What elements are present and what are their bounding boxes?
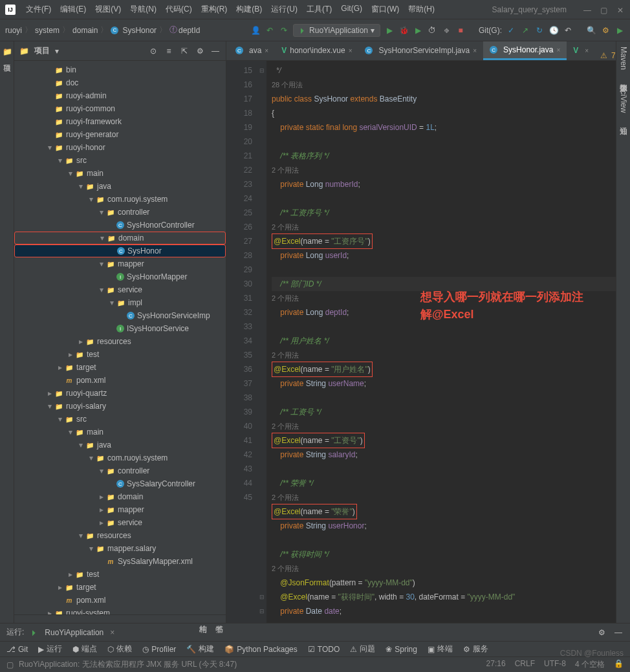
hide-icon[interactable]: — <box>210 46 221 56</box>
run-button[interactable]: ▶ <box>384 25 395 36</box>
tree-item[interactable]: CSysSalaryController <box>14 477 226 490</box>
bottom-tool-终端[interactable]: ▣ 终端 <box>428 644 453 655</box>
menu-item[interactable]: 编辑(E) <box>56 2 90 17</box>
profile-button[interactable]: ⏱ <box>427 25 437 36</box>
tree-item[interactable]: ▸📁test <box>14 568 226 581</box>
search-icon[interactable]: 🔍 <box>586 25 596 36</box>
bottom-tool-构建[interactable]: 🔨 构建 <box>186 644 214 655</box>
menu-item[interactable]: 视图(V) <box>91 2 125 17</box>
menu-item[interactable]: 运行(U) <box>267 2 301 17</box>
tree-item[interactable]: mpom.xml <box>14 594 226 607</box>
play-icon[interactable]: ▶ <box>614 25 625 36</box>
tree-item[interactable]: 📁ruoyi-admin <box>14 89 226 102</box>
back-icon[interactable]: ↶ <box>265 25 275 36</box>
caret-pos[interactable]: 27:16 <box>486 659 506 670</box>
tree-item[interactable]: 📁ruoyi-generator <box>14 128 226 141</box>
indent[interactable]: 4 个空格 <box>575 659 605 670</box>
menu-item[interactable]: Git(G) <box>337 2 366 17</box>
right-tool-tab[interactable]: Maven <box>619 47 628 70</box>
bottom-tool-TODO[interactable]: ☑ TODO <box>308 645 340 654</box>
tree-item[interactable]: ▾📁com.ruoyi.system <box>14 193 226 206</box>
tree-item[interactable]: mpom.xml <box>14 374 226 387</box>
tree-item[interactable]: IISysHonorService <box>14 322 226 335</box>
bottom-tool-问题[interactable]: ⚠ 问题 <box>350 644 375 655</box>
bottom-tool-Spring[interactable]: ❀ Spring <box>386 645 417 654</box>
tree-item[interactable]: ▸📁service <box>14 516 226 529</box>
line-sep[interactable]: CRLF <box>515 659 535 670</box>
menu-item[interactable]: 重构(R) <box>197 2 232 17</box>
tree-item[interactable]: 📁doc <box>14 76 226 89</box>
line-gutter[interactable]: 1516171819202122232425262728293031323334… <box>226 61 257 623</box>
tree-item[interactable]: ▸📁target <box>14 361 226 374</box>
user-icon[interactable]: 👤 <box>250 25 261 36</box>
project-tree[interactable]: 📁bin📁doc📁ruoyi-admin📁ruoyi-common📁ruoyi-… <box>14 61 226 614</box>
forward-icon[interactable]: ↷ <box>279 25 289 36</box>
right-tool-tab[interactable]: SciView <box>619 85 628 113</box>
editor-tab[interactable]: Vhonor\index.vue× <box>275 42 358 60</box>
tree-item[interactable]: ▾📁main <box>14 167 226 180</box>
tree-item[interactable]: ▾📁main <box>14 426 226 439</box>
run-config-select[interactable]: ⏵RuoYiApplication▾ <box>293 24 380 37</box>
editor-tab[interactable]: V× <box>567 42 595 60</box>
tree-item[interactable]: 📁bin <box>14 63 226 76</box>
tree-item[interactable]: 📁ruoyi-framework <box>14 115 226 128</box>
tree-item[interactable]: ▾📁ruoyi-honor <box>14 141 226 154</box>
menu-item[interactable]: 构建(B) <box>232 2 266 17</box>
tree-item[interactable]: ▾📁resources <box>14 529 226 542</box>
tree-item[interactable]: ▾📁java <box>14 180 226 193</box>
tree-item[interactable]: ▾📁controller <box>14 206 226 219</box>
tree-item[interactable]: ▾📁domain <box>14 232 226 244</box>
tree-item[interactable]: ▸📁resources <box>14 335 226 348</box>
menu-item[interactable]: 文件(F) <box>22 2 55 17</box>
tree-item[interactable]: ▾📁com.ruoyi.system <box>14 451 226 464</box>
tree-item[interactable]: ▾📁src <box>14 413 226 426</box>
tree-item[interactable]: ▸📁target <box>14 581 226 594</box>
settings-icon[interactable]: ⚙ <box>195 46 205 56</box>
tree-item[interactable]: CSysHonorController <box>14 219 226 232</box>
tree-item[interactable]: CSysHonorServiceImp <box>14 309 226 322</box>
menu-item[interactable]: 帮助(H) <box>404 2 439 17</box>
attach-button[interactable]: ⎆ <box>441 25 451 36</box>
tree-item[interactable]: mSysSalaryMapper.xml <box>14 555 226 568</box>
git-rollback-icon[interactable]: ↶ <box>563 25 573 36</box>
tree-item[interactable]: ▸📁mapper <box>14 503 226 516</box>
select-opened-icon[interactable]: ⊙ <box>148 46 158 56</box>
tree-item[interactable]: ▾📁mapper <box>14 257 226 270</box>
tree-item[interactable]: ▾📁ruoyi-salary <box>14 400 226 413</box>
close-button[interactable]: ✕ <box>617 6 625 14</box>
run-settings-icon[interactable]: ⚙ <box>596 627 607 638</box>
tree-item[interactable]: ▾📁mapper.salary <box>14 542 226 555</box>
bottom-tool-Git[interactable]: ⎇ Git <box>6 645 28 654</box>
tree-item[interactable]: ▾📁java <box>14 439 226 451</box>
tree-item[interactable]: ▸📁domain <box>14 490 226 503</box>
stop-button[interactable]: ■ <box>455 25 466 36</box>
menu-item[interactable]: 导航(N) <box>126 2 160 17</box>
git-history-icon[interactable]: 🕓 <box>549 25 559 36</box>
debug-button[interactable]: 🐞 <box>398 25 409 36</box>
editor-tab[interactable]: CSysHonorServiceImpl.java× <box>358 42 483 60</box>
tree-item[interactable]: ▾📁controller <box>14 464 226 477</box>
breadcrumb[interactable]: ruoyi〉system〉domain〉CSysHonor〉ⓕ deptId <box>5 25 200 36</box>
tree-item[interactable]: ▸📁ruoyi-system <box>14 607 226 614</box>
bottom-tool-服务[interactable]: ⚙ 服务 <box>463 644 488 655</box>
collapse-all-icon[interactable]: ⇱ <box>179 46 190 56</box>
editor-tab[interactable]: Cava× <box>229 42 275 60</box>
menu-item[interactable]: 窗口(W) <box>367 2 403 17</box>
code-editor[interactable]: */28 个用法public class SysHonor extends Ba… <box>266 61 616 623</box>
expand-all-icon[interactable]: ≡ <box>164 46 174 56</box>
tree-item[interactable]: ▾📁impl <box>14 296 226 309</box>
minimize-button[interactable]: — <box>583 6 591 14</box>
editor-tab[interactable]: CSysHonor.java× <box>483 41 567 60</box>
lock-icon[interactable]: 🔒 <box>614 659 624 670</box>
tree-item[interactable]: ▸📁ruoyi-quartz <box>14 387 226 400</box>
tree-item[interactable]: CSysHonor <box>14 244 226 257</box>
bottom-tool-运行[interactable]: ▶ 运行 <box>38 644 62 655</box>
tree-item[interactable]: 📁ruoyi-common <box>14 102 226 115</box>
tree-item[interactable]: ▾📁service <box>14 283 226 296</box>
menu-item[interactable]: 代码(C) <box>162 2 196 17</box>
bottom-tool-端点[interactable]: ⬢ 端点 <box>72 644 97 655</box>
tree-item[interactable]: ▾📁src <box>14 154 226 167</box>
project-tool-tab[interactable]: 📁 项目 <box>1 47 12 58</box>
git-pull-icon[interactable]: ✓ <box>506 25 516 36</box>
git-push-icon[interactable]: ↗ <box>520 25 530 36</box>
